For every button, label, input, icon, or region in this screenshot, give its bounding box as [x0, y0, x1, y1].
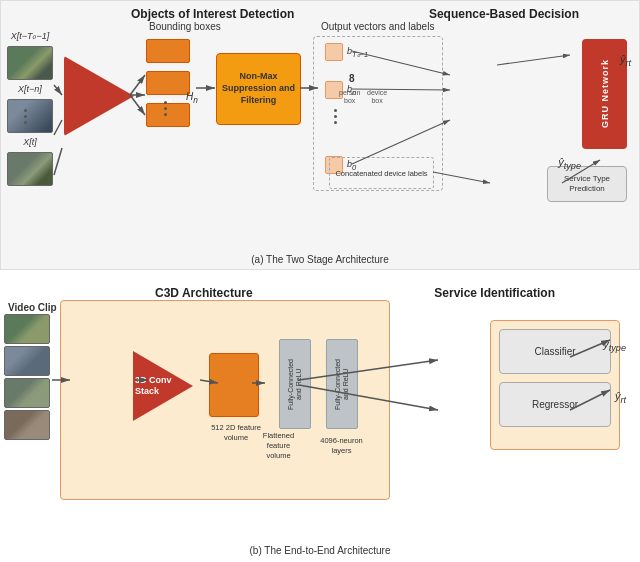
top-caption: (a) The Two Stage Architecture — [1, 254, 639, 265]
b-vec-0: bT₀−1 — [325, 43, 368, 61]
object-detector-shape: Object Detector — [64, 56, 134, 136]
concat-box: Concatenated device labels — [329, 157, 434, 189]
fc2-label: Fully-Connectedand ReLU — [334, 359, 351, 410]
service-pred-label: Service Type Prediction — [548, 174, 626, 193]
device-box-label: devicebox — [367, 89, 387, 106]
bounding-boxes-label: Bounding boxes — [149, 21, 221, 32]
orange-boxes — [146, 39, 190, 127]
top-section: Objects of Interest Detection Sequence-B… — [0, 0, 640, 270]
y-type-hat-top: ŷtype — [558, 156, 581, 171]
c3d-content-box: 3D ConvStack 512 2D featurevolume Flatte… — [60, 300, 390, 500]
video-thumb-2 — [4, 378, 50, 408]
input-label-2: X[t] — [7, 137, 53, 147]
y-rt-hat-top: ŷrt — [620, 53, 631, 68]
hn-label: Hn — [186, 91, 198, 105]
video-thumb-0 — [4, 314, 50, 344]
input-label-0: X[t−T₀−1] — [7, 31, 53, 41]
bottom-title-right: Service Identification — [434, 286, 555, 300]
input-dots — [24, 109, 27, 124]
fc-box-2: Fully-Connectedand ReLU — [326, 339, 358, 429]
service-pred-box: Service Type Prediction — [547, 166, 627, 202]
conv-stack-label: 3D ConvStack — [135, 375, 187, 397]
nms-box: Non-Max Suppression and Filtering — [216, 53, 301, 125]
regressor-label: Regressor — [532, 399, 578, 410]
top-title-right: Sequence-Based Decision — [429, 7, 579, 21]
bottom-section: C3D Architecture Service Identification … — [0, 278, 640, 562]
input-thumb-0 — [7, 46, 53, 80]
boxes-dots — [164, 101, 167, 116]
classifier-label: Classifier — [534, 346, 575, 357]
input-images: X[t−T₀−1] X[t−n] X[t] — [7, 31, 53, 186]
eight-label: 8 — [349, 73, 355, 84]
fc1-label: Fully-Connectedand ReLU — [287, 359, 304, 410]
concat-label: Concatenated device labels — [335, 169, 427, 178]
bvec-dots — [334, 109, 337, 124]
video-thumb-3 — [4, 410, 50, 440]
orange-box-1 — [146, 71, 190, 95]
y-type-hat-bottom: ŷtype — [603, 338, 626, 353]
bottom-title-left: C3D Architecture — [155, 286, 253, 300]
output-label: Output vectors and labels — [321, 21, 434, 32]
neuron-label: 4096-neuronlayers — [309, 436, 374, 456]
nms-label: Non-Max Suppression and Filtering — [217, 71, 300, 106]
video-thumbs — [4, 314, 50, 440]
person-box-label: personbox — [339, 89, 360, 106]
bottom-caption: (b) The End-to-End Architecture — [0, 545, 640, 556]
orange-box-2 — [146, 103, 190, 127]
regressor-box: Regressor — [499, 382, 611, 427]
y-rt-hat-bottom: ŷrt — [615, 390, 626, 405]
service-id-area: Classifier Regressor — [490, 320, 620, 450]
input-thumb-2 — [7, 152, 53, 186]
input-thumb-1 — [7, 99, 53, 133]
gru-label: GRU Network — [600, 59, 610, 128]
video-clip-label: Video Clip — [8, 302, 57, 313]
object-detector: Object Detector — [61, 56, 137, 136]
feature-volume — [209, 353, 259, 417]
classifier-box: Classifier — [499, 329, 611, 374]
top-title-left: Objects of Interest Detection — [131, 7, 294, 21]
video-thumb-1 — [4, 346, 50, 376]
orange-box-0 — [146, 39, 190, 63]
input-label-1: X[t−n] — [7, 84, 53, 94]
fc-box-1: Fully-Connectedand ReLU — [279, 339, 311, 429]
flatten-label: Flattenedfeaturevolume — [246, 431, 311, 460]
conv-stack-wrapper: 3D ConvStack — [133, 351, 198, 421]
